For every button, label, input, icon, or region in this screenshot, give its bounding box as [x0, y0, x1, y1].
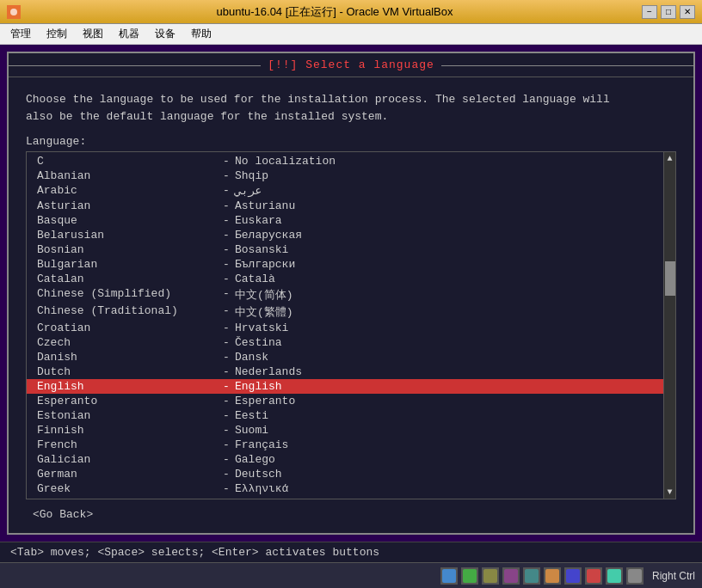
status-bar: <Tab> moves; <Space> selects; <Enter> ac… — [0, 542, 702, 562]
vm-area: [!!] Select a language Choose the langua… — [0, 45, 702, 542]
description-text: Choose the language to be used for the i… — [26, 91, 676, 125]
language-row[interactable]: Bosnian-Bosanski — [27, 242, 663, 257]
language-row[interactable]: Basque-Euskara — [27, 213, 663, 228]
go-back-container: <Go Back> — [26, 499, 676, 526]
taskbar-icon-10[interactable] — [626, 567, 644, 585]
language-dialog: [!!] Select a language Choose the langua… — [7, 52, 695, 535]
language-list[interactable]: C-No localizationAlbanian-ShqipArabic-عر… — [27, 152, 663, 499]
lang-dash: - — [218, 243, 235, 256]
language-row[interactable]: Chinese (Traditional)-中文(繁體) — [27, 303, 663, 321]
taskbar-icon-6[interactable] — [544, 567, 561, 585]
lang-name: Chinese (Simplified) — [37, 287, 218, 303]
lang-dash: - — [218, 199, 235, 212]
minimize-button[interactable]: − — [642, 5, 657, 19]
language-list-container[interactable]: C-No localizationAlbanian-ShqipArabic-عر… — [26, 151, 676, 499]
taskbar-icon-2[interactable] — [461, 567, 478, 585]
status-text: <Tab> moves; <Space> selects; <Enter> ac… — [10, 546, 379, 559]
scroll-thumb[interactable] — [665, 261, 675, 296]
lang-native: 中文(繁體) — [235, 304, 653, 320]
svg-rect-10 — [607, 569, 621, 583]
language-row[interactable]: Czech-Čestina — [27, 335, 663, 350]
language-row[interactable]: Danish-Dansk — [27, 350, 663, 364]
close-button[interactable]: ✕ — [680, 5, 695, 19]
language-row[interactable]: Galician-Galego — [27, 452, 663, 467]
lang-native: Dansk — [235, 351, 653, 364]
taskbar-icon-3[interactable] — [482, 567, 499, 585]
right-ctrl-label: Right Ctrl — [647, 570, 695, 582]
scroll-up-arrow[interactable]: ▲ — [665, 152, 674, 165]
taskbar-icon-1[interactable] — [440, 567, 458, 585]
language-row[interactable]: Chinese (Simplified)-中文(简体) — [27, 286, 663, 303]
lang-dash: - — [218, 365, 235, 378]
language-row[interactable]: Estonian-Eesti — [27, 408, 663, 423]
lang-name: Bosnian — [37, 243, 218, 256]
language-row[interactable]: Catalan-Català — [27, 272, 663, 286]
language-row[interactable]: Belarusian-Беларуская — [27, 228, 663, 242]
lang-native: English — [235, 380, 653, 393]
dialog-title-bar: [!!] Select a language — [9, 53, 693, 77]
taskbar-icon-5[interactable] — [523, 567, 540, 585]
lang-native: Galego — [235, 453, 653, 466]
lang-name: Bulgarian — [37, 258, 218, 271]
lang-native: Shqip — [235, 169, 653, 182]
menu-item-视图[interactable]: 视图 — [76, 25, 110, 43]
lang-dash: - — [218, 287, 235, 303]
scroll-down-arrow[interactable]: ▼ — [665, 486, 674, 499]
maximize-button[interactable]: □ — [661, 5, 676, 19]
taskbar-icon-8[interactable] — [585, 567, 602, 585]
lang-name: C — [37, 155, 218, 168]
lang-name: Finnish — [37, 424, 218, 437]
menu-item-管理[interactable]: 管理 — [3, 25, 38, 43]
lang-name: Catalan — [37, 273, 218, 285]
language-row[interactable]: English-English — [27, 379, 663, 394]
lang-name: Chinese (Traditional) — [37, 304, 218, 320]
lang-dash: - — [218, 169, 235, 182]
lang-dash: - — [218, 409, 235, 422]
language-row[interactable]: Croatian-Hrvatski — [27, 321, 663, 335]
menu-item-控制[interactable]: 控制 — [40, 25, 74, 43]
language-row[interactable]: Finnish-Suomi — [27, 423, 663, 438]
language-row[interactable]: Arabic-عربي — [27, 183, 663, 199]
language-row[interactable]: Greek-Ελληνικά — [27, 481, 663, 496]
lang-dash: - — [218, 351, 235, 364]
lang-name: Esperanto — [37, 395, 218, 407]
lang-dash: - — [218, 395, 235, 407]
svg-rect-4 — [483, 569, 497, 583]
lang-name: Belarusian — [37, 229, 218, 242]
go-back-button[interactable]: <Go Back> — [26, 506, 100, 523]
lang-dash: - — [218, 380, 235, 393]
lang-name: Galician — [37, 453, 218, 466]
language-row[interactable]: C-No localization — [27, 154, 663, 168]
scrollbar[interactable]: ▲ ▼ — [663, 152, 675, 499]
lang-dash: - — [218, 258, 235, 271]
taskbar-icon-7[interactable] — [564, 567, 582, 585]
language-row[interactable]: Esperanto-Esperanto — [27, 394, 663, 408]
taskbar: Right Ctrl — [0, 562, 702, 588]
menu-item-帮助[interactable]: 帮助 — [184, 25, 219, 43]
language-row[interactable]: Asturian-Asturianu — [27, 199, 663, 213]
lang-dash: - — [218, 273, 235, 285]
lang-dash: - — [218, 184, 235, 198]
lang-dash: - — [218, 336, 235, 349]
taskbar-icon-9[interactable] — [606, 567, 623, 585]
lang-native: Euskara — [235, 214, 653, 227]
svg-rect-7 — [545, 569, 559, 583]
language-row[interactable]: German-Deutsch — [27, 467, 663, 481]
language-row[interactable]: Bulgarian-Български — [27, 257, 663, 272]
taskbar-icon-4[interactable] — [502, 567, 520, 585]
lang-dash: - — [218, 453, 235, 466]
language-row[interactable]: Dutch-Nederlands — [27, 364, 663, 379]
menu-item-机器[interactable]: 机器 — [112, 25, 146, 43]
lang-native: No localization — [235, 155, 653, 168]
dialog-content: Choose the language to be used for the i… — [9, 77, 693, 533]
language-label: Language: — [26, 135, 676, 148]
lang-native: Nederlands — [235, 365, 653, 378]
menu-bar: 管理控制视图机器设备帮助 — [0, 24, 702, 45]
scroll-track[interactable] — [664, 165, 675, 486]
language-row[interactable]: Albanian-Shqip — [27, 168, 663, 183]
lang-name: Greek — [37, 482, 218, 495]
menu-item-设备[interactable]: 设备 — [148, 25, 182, 43]
lang-name: Basque — [37, 214, 218, 227]
language-row[interactable]: French-Français — [27, 438, 663, 452]
lang-dash: - — [218, 214, 235, 227]
